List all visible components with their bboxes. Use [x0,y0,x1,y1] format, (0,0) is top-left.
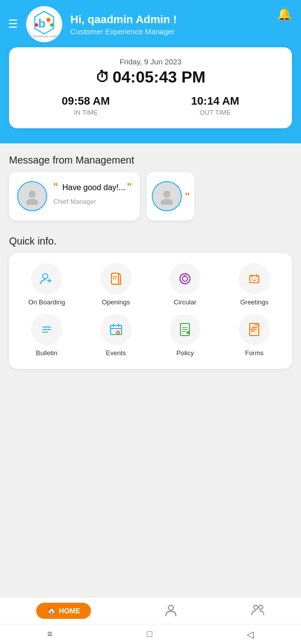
quick-item-forms[interactable]: Forms [222,314,287,357]
bell-icon[interactable]: 🔔 [277,7,292,21]
header-user-info: Hi, qaadmin Admin ! Customer Experience … [70,13,293,36]
home-label: HOME [59,607,80,615]
svg-rect-17 [250,276,259,283]
quick-item-events[interactable]: Events [83,314,149,357]
quote-open: " [53,181,58,192]
svg-text:Productivity Catalysts: Productivity Catalysts [33,35,61,38]
android-home-btn[interactable]: □ [147,629,152,639]
home-icon: 🏠 [47,607,56,615]
quote-close: " [127,181,132,193]
policy-icon-circle [169,314,200,345]
menu-icon[interactable]: ☰ [8,19,18,30]
app-header: ☰ b Productivity Catalysts Hi, qaadmin A… [0,0,301,52]
team-nav-button[interactable] [251,603,265,619]
bulletin-icon-circle [31,314,62,345]
svg-point-16 [184,275,186,277]
svg-point-18 [252,278,253,279]
svg-point-8 [26,199,38,205]
profile-nav-button[interactable] [164,603,178,619]
date-display: Friday, 9 Jun 2023 [21,57,280,66]
out-time-block: 10:14 AM OUT TIME [191,95,239,116]
svg-point-27 [259,605,263,609]
time-card: Friday, 9 Jun 2023 ⏱ 04:05:43 PM 09:58 A… [9,47,292,128]
avatar [17,181,47,211]
forms-label: Forms [245,349,264,357]
svg-point-3 [46,18,51,22]
events-icon-circle [101,314,132,345]
events-label: Events [106,349,126,357]
svg-point-23 [186,331,189,334]
greetings-label: Greetings [240,298,268,306]
home-button[interactable]: 🏠 HOME [36,603,91,619]
svg-text:b: b [38,17,46,30]
in-time-block: 09:58 AM IN TIME [62,95,110,116]
logo: b Productivity Catalysts [26,6,62,42]
svg-point-7 [29,191,36,198]
policy-label: Policy [176,349,194,357]
quick-info-section-title: Quick info. [9,235,292,247]
out-time-value: 10:14 AM [191,95,239,108]
svg-point-15 [182,276,187,281]
svg-point-10 [161,199,173,205]
onboarding-icon-circle [31,263,62,294]
svg-point-11 [43,274,48,279]
circular-icon-circle [169,263,200,294]
bottom-nav: 🏠 HOME [0,597,301,624]
greetings-icon-circle [239,263,270,294]
inout-times: 09:58 AM IN TIME 10:14 AM OUT TIME [21,95,280,116]
svg-point-19 [255,278,256,279]
messages-section-title: Message from Management [9,154,292,166]
openings-icon-circle [101,263,132,294]
role-text: Customer Experience Manager [70,27,293,36]
quick-item-onboarding[interactable]: On Boarding [14,263,79,306]
openings-label: Openings [102,298,130,306]
bulletin-label: Bulletin [36,349,58,357]
messages-scroll: " Have good day!... Chief Manager " " [0,172,301,224]
quick-info-grid: On Boarding Openings [14,263,287,357]
android-menu-btn[interactable]: ≡ [47,629,53,639]
clock-icon: ⏱ [95,69,110,86]
quick-item-openings[interactable]: Openings [83,263,149,306]
quick-item-circular[interactable]: Circular [153,263,218,306]
message-card[interactable]: " Have good day!... Chief Manager " [9,172,140,220]
in-time-value: 09:58 AM [62,95,110,108]
quote-open-partial: " [185,191,189,202]
quick-info-card: On Boarding Openings [9,253,292,369]
avatar [152,181,182,211]
message-text: " Have good day!... [53,181,132,193]
svg-point-5 [35,23,38,27]
android-back-btn[interactable]: ◁ [247,629,254,640]
in-time-label: IN TIME [62,109,110,116]
message-author: Chief Manager [53,198,132,205]
onboarding-label: On Boarding [28,298,65,306]
greeting-text: Hi, qaadmin Admin ! [70,13,293,26]
svg-point-26 [254,605,258,609]
quick-item-policy[interactable]: Policy [153,314,218,357]
time-display: ⏱ 04:05:43 PM [21,68,280,87]
svg-point-9 [163,191,170,198]
forms-icon-circle [239,314,270,345]
android-nav-bar: ≡ □ ◁ [0,624,301,644]
circular-label: Circular [174,298,196,306]
out-time-label: OUT TIME [191,109,239,116]
message-card-partial[interactable]: " [147,172,194,220]
quick-item-greetings[interactable]: Greetings [222,263,287,306]
svg-point-4 [50,23,54,27]
svg-point-25 [168,605,173,610]
quick-item-bulletin[interactable]: Bulletin [14,314,79,357]
